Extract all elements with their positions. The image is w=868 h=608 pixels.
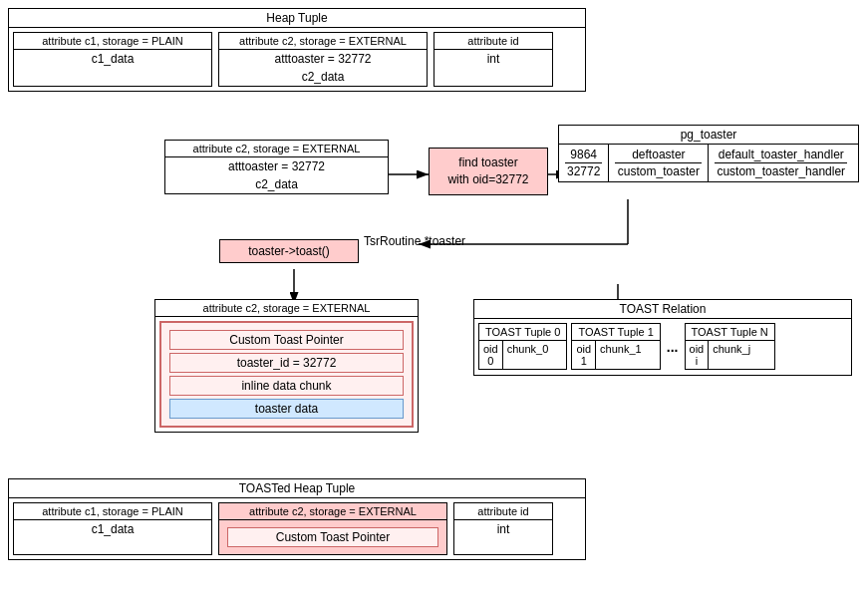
heap-attr-c1: attribute c1, storage = PLAIN c1_data	[13, 32, 212, 87]
toaster-id-label: toaster_id = 32772	[237, 356, 337, 370]
heap-tuple-title: Heap Tuple	[9, 9, 585, 28]
pg-row1-name: deftoaster	[615, 147, 702, 163]
toaster-data-box: toaster data	[169, 399, 404, 419]
step2-atttoaster: atttoaster = 32772	[165, 157, 388, 175]
toast-oidn-label: oid	[690, 343, 705, 355]
toasted-c1-data: c1_data	[14, 520, 211, 538]
toast-tuple-0-label: TOAST Tuple 0	[479, 324, 566, 341]
toaster-data-label: toaster data	[255, 402, 318, 416]
custom-toast-pointer-box: Custom Toast Pointer	[169, 330, 404, 350]
pg-row2-oid: 32772	[565, 163, 602, 179]
toast-in: i	[690, 355, 705, 367]
custom-toast-pointer-label: Custom Toast Pointer	[229, 333, 344, 347]
toasted-attr-id-label: attribute id	[454, 503, 552, 520]
toasted-attr-c1-label: attribute c1, storage = PLAIN	[14, 503, 211, 520]
toasted-custom-toast-pointer-label: Custom Toast Pointer	[276, 530, 391, 544]
tsr-routine-label: TsrRoutine *toaster	[364, 234, 465, 248]
toasted-attr-c2-label: attribute c2, storage = EXTERNAL	[219, 503, 446, 520]
toast-chunk0-label: chunk_0	[507, 343, 549, 355]
heap-c2-data: c2_data	[219, 68, 427, 86]
toasted-int: int	[454, 520, 552, 538]
pg-row2-name: custom_toaster	[615, 163, 702, 179]
toast-chunkn-label: chunk_j	[713, 343, 750, 355]
toaster-call-label: toaster->toast()	[226, 244, 352, 258]
toast-tuple-0: TOAST Tuple 0 oid 0 chunk_0	[478, 323, 567, 370]
pg-row2-handler: custom_toaster_handler	[715, 163, 847, 179]
heap-atttoaster: atttoaster = 32772	[219, 50, 427, 68]
toasted-custom-toast-pointer: Custom Toast Pointer	[227, 527, 438, 547]
toast-chunk1-label: chunk_1	[600, 343, 642, 355]
toast-tuple-n-label: TOAST Tuple N	[686, 324, 774, 341]
toaster-id-box: toaster_id = 32772	[169, 353, 404, 373]
toast-oid1-label: oid	[576, 343, 591, 355]
diagram: Heap Tuple attribute c1, storage = PLAIN…	[0, 0, 868, 608]
heap-attr-c2-label: attribute c2, storage = EXTERNAL	[219, 33, 427, 50]
toasted-heap-tuple-container: TOASTed Heap Tuple attribute c1, storage…	[8, 478, 586, 560]
toaster-call-box: toaster->toast()	[219, 239, 359, 263]
step2-c2-data: c2_data	[165, 175, 388, 193]
toast-tuple-1-label: TOAST Tuple 1	[572, 324, 659, 341]
toast-relation-container: TOAST Relation TOAST Tuple 0 oid 0 chunk…	[473, 299, 852, 376]
step2-attr-c2: attribute c2, storage = EXTERNAL atttoas…	[164, 140, 389, 194]
heap-attr-id: attribute id int	[434, 32, 553, 87]
heap-tuple-container: Heap Tuple attribute c1, storage = PLAIN…	[8, 8, 586, 92]
toasted-attr-c2: attribute c2, storage = EXTERNAL Custom …	[218, 502, 447, 555]
toast-i0: 0	[483, 355, 498, 367]
pg-row1-oid: 9864	[565, 147, 602, 163]
pg-row1-handler: default_toaster_handler	[715, 147, 847, 163]
inline-data-label: inline data chunk	[241, 379, 331, 393]
toasted-attr-id: attribute id int	[453, 502, 553, 555]
pg-toaster-container: pg_toaster 9864 32772 deftoaster custom_…	[558, 125, 859, 182]
toast-tuple-1: TOAST Tuple 1 oid 1 chunk_1	[571, 323, 660, 370]
step4-container: attribute c2, storage = EXTERNAL Custom …	[154, 299, 419, 433]
find-toaster-label: find toaster with oid=32772	[434, 154, 543, 188]
toasted-heap-tuple-title: TOASTed Heap Tuple	[9, 479, 585, 498]
heap-c1-data: c1_data	[14, 50, 211, 68]
heap-attr-c2: attribute c2, storage = EXTERNAL atttoas…	[218, 32, 428, 87]
heap-attr-c1-label: attribute c1, storage = PLAIN	[14, 33, 211, 50]
toast-tuple-n: TOAST Tuple N oid i chunk_j	[685, 323, 775, 370]
heap-int: int	[434, 50, 552, 68]
toasted-attr-c1: attribute c1, storage = PLAIN c1_data	[13, 502, 212, 555]
toast-dots: ...	[665, 323, 681, 371]
step4-attr-c2-label: attribute c2, storage = EXTERNAL	[155, 300, 418, 317]
toast-oid0-label: oid	[483, 343, 498, 355]
pg-toaster-title: pg_toaster	[559, 126, 858, 145]
toast-i1: 1	[576, 355, 591, 367]
find-toaster-box: find toaster with oid=32772	[429, 148, 548, 195]
inline-data-box: inline data chunk	[169, 376, 404, 396]
toast-relation-title: TOAST Relation	[474, 300, 851, 319]
heap-attr-id-label: attribute id	[434, 33, 552, 50]
step2-attr-c2-label: attribute c2, storage = EXTERNAL	[165, 141, 388, 157]
